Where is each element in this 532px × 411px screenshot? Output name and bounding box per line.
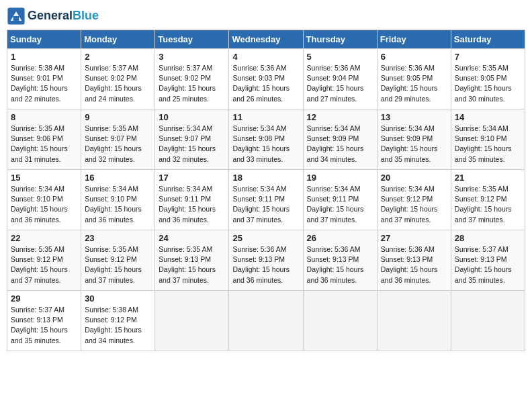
day-number: 25 (232, 233, 299, 243)
weekday-header-tuesday: Tuesday (155, 30, 229, 49)
calendar-week-row: 1Sunrise: 5:38 AMSunset: 9:01 PMDaylight… (7, 49, 525, 109)
day-number: 3 (159, 52, 225, 62)
calendar-cell: 8Sunrise: 5:35 AMSunset: 9:06 PMDaylight… (7, 109, 81, 170)
calendar-week-row: 8Sunrise: 5:35 AMSunset: 9:06 PMDaylight… (7, 109, 525, 170)
calendar-cell: 15Sunrise: 5:34 AMSunset: 9:10 PMDayligh… (7, 170, 81, 230)
day-info: Sunrise: 5:36 AMSunset: 9:05 PMDaylight:… (381, 63, 447, 104)
day-info: Sunrise: 5:36 AMSunset: 9:04 PMDaylight:… (307, 63, 373, 104)
day-number: 6 (381, 52, 447, 62)
day-info: Sunrise: 5:35 AMSunset: 9:12 PMDaylight:… (11, 244, 77, 285)
calendar-cell: 24Sunrise: 5:35 AMSunset: 9:13 PMDayligh… (155, 230, 229, 291)
day-info: Sunrise: 5:34 AMSunset: 9:11 PMDaylight:… (159, 184, 225, 225)
calendar-body: 1Sunrise: 5:38 AMSunset: 9:01 PMDaylight… (7, 49, 525, 351)
day-info: Sunrise: 5:34 AMSunset: 9:09 PMDaylight:… (307, 124, 373, 165)
calendar-week-row: 15Sunrise: 5:34 AMSunset: 9:10 PMDayligh… (7, 170, 525, 230)
calendar-cell: 21Sunrise: 5:35 AMSunset: 9:12 PMDayligh… (451, 170, 525, 230)
calendar-cell: 19Sunrise: 5:34 AMSunset: 9:11 PMDayligh… (303, 170, 377, 230)
day-info: Sunrise: 5:35 AMSunset: 9:06 PMDaylight:… (11, 124, 77, 165)
day-info: Sunrise: 5:34 AMSunset: 9:12 PMDaylight:… (381, 184, 447, 225)
day-info: Sunrise: 5:34 AMSunset: 9:09 PMDaylight:… (381, 124, 447, 165)
day-info: Sunrise: 5:34 AMSunset: 9:10 PMDaylight:… (85, 184, 151, 225)
svg-rect-2 (13, 16, 19, 21)
day-number: 13 (381, 112, 447, 122)
day-info: Sunrise: 5:34 AMSunset: 9:08 PMDaylight:… (232, 124, 299, 165)
weekday-header-wednesday: Wednesday (229, 30, 303, 49)
day-info: Sunrise: 5:34 AMSunset: 9:07 PMDaylight:… (159, 124, 225, 165)
day-info: Sunrise: 5:37 AMSunset: 9:13 PMDaylight:… (11, 305, 77, 346)
day-number: 2 (85, 52, 151, 62)
day-info: Sunrise: 5:36 AMSunset: 9:13 PMDaylight:… (307, 244, 373, 285)
day-info: Sunrise: 5:38 AMSunset: 9:01 PMDaylight:… (11, 63, 77, 104)
calendar-cell: 7Sunrise: 5:35 AMSunset: 9:05 PMDaylight… (451, 49, 525, 109)
weekday-header-thursday: Thursday (303, 30, 377, 49)
day-number: 5 (307, 52, 373, 62)
calendar-cell: 29Sunrise: 5:37 AMSunset: 9:13 PMDayligh… (7, 291, 81, 351)
calendar-cell: 18Sunrise: 5:34 AMSunset: 9:11 PMDayligh… (229, 170, 303, 230)
calendar-cell: 12Sunrise: 5:34 AMSunset: 9:09 PMDayligh… (303, 109, 377, 170)
day-number: 9 (85, 112, 151, 122)
day-number: 4 (232, 52, 299, 62)
day-number: 14 (455, 112, 521, 122)
day-number: 15 (11, 173, 77, 183)
day-number: 12 (307, 112, 373, 122)
day-info: Sunrise: 5:34 AMSunset: 9:10 PMDaylight:… (455, 124, 521, 165)
day-info: Sunrise: 5:35 AMSunset: 9:05 PMDaylight:… (455, 63, 521, 104)
calendar-cell: 23Sunrise: 5:35 AMSunset: 9:12 PMDayligh… (81, 230, 155, 291)
day-number: 29 (11, 293, 77, 304)
day-number: 16 (85, 173, 151, 183)
page-header: GeneralBlue (7, 7, 525, 26)
calendar-cell: 4Sunrise: 5:36 AMSunset: 9:03 PMDaylight… (229, 49, 303, 109)
day-number: 21 (455, 173, 521, 183)
calendar-cell: 1Sunrise: 5:38 AMSunset: 9:01 PMDaylight… (7, 49, 81, 109)
day-info: Sunrise: 5:35 AMSunset: 9:12 PMDaylight:… (85, 244, 151, 285)
calendar-cell: 6Sunrise: 5:36 AMSunset: 9:05 PMDaylight… (377, 49, 451, 109)
calendar-cell: 11Sunrise: 5:34 AMSunset: 9:08 PMDayligh… (229, 109, 303, 170)
day-number: 27 (381, 233, 447, 243)
day-number: 20 (381, 173, 447, 183)
day-info: Sunrise: 5:34 AMSunset: 9:10 PMDaylight:… (11, 184, 77, 225)
weekday-header-row: SundayMondayTuesdayWednesdayThursdayFrid… (7, 30, 525, 49)
day-number: 18 (232, 173, 299, 183)
day-number: 7 (455, 52, 521, 62)
calendar-cell: 30Sunrise: 5:38 AMSunset: 9:12 PMDayligh… (81, 291, 155, 351)
day-info: Sunrise: 5:36 AMSunset: 9:03 PMDaylight:… (232, 63, 299, 104)
calendar-cell: 22Sunrise: 5:35 AMSunset: 9:12 PMDayligh… (7, 230, 81, 291)
weekday-header-saturday: Saturday (451, 30, 525, 49)
day-info: Sunrise: 5:38 AMSunset: 9:12 PMDaylight:… (85, 305, 151, 346)
day-info: Sunrise: 5:35 AMSunset: 9:12 PMDaylight:… (455, 184, 521, 225)
calendar-cell: 16Sunrise: 5:34 AMSunset: 9:10 PMDayligh… (81, 170, 155, 230)
calendar-cell: 25Sunrise: 5:36 AMSunset: 9:13 PMDayligh… (229, 230, 303, 291)
day-info: Sunrise: 5:37 AMSunset: 9:13 PMDaylight:… (455, 244, 521, 285)
calendar-cell (303, 291, 377, 351)
calendar-week-row: 22Sunrise: 5:35 AMSunset: 9:12 PMDayligh… (7, 230, 525, 291)
calendar-cell: 10Sunrise: 5:34 AMSunset: 9:07 PMDayligh… (155, 109, 229, 170)
day-number: 23 (85, 233, 151, 243)
calendar-table: SundayMondayTuesdayWednesdayThursdayFrid… (7, 30, 525, 351)
calendar-cell: 28Sunrise: 5:37 AMSunset: 9:13 PMDayligh… (451, 230, 525, 291)
calendar-cell: 5Sunrise: 5:36 AMSunset: 9:04 PMDaylight… (303, 49, 377, 109)
calendar-cell: 13Sunrise: 5:34 AMSunset: 9:09 PMDayligh… (377, 109, 451, 170)
calendar-cell: 27Sunrise: 5:36 AMSunset: 9:13 PMDayligh… (377, 230, 451, 291)
calendar-cell: 2Sunrise: 5:37 AMSunset: 9:02 PMDaylight… (81, 49, 155, 109)
day-number: 24 (159, 233, 225, 243)
day-info: Sunrise: 5:37 AMSunset: 9:02 PMDaylight:… (159, 63, 225, 104)
logo-text: GeneralBlue (28, 9, 99, 23)
calendar-week-row: 29Sunrise: 5:37 AMSunset: 9:13 PMDayligh… (7, 291, 525, 351)
calendar-cell: 3Sunrise: 5:37 AMSunset: 9:02 PMDaylight… (155, 49, 229, 109)
day-info: Sunrise: 5:34 AMSunset: 9:11 PMDaylight:… (307, 184, 373, 225)
calendar-cell: 14Sunrise: 5:34 AMSunset: 9:10 PMDayligh… (451, 109, 525, 170)
weekday-header-sunday: Sunday (7, 30, 81, 49)
calendar-cell (451, 291, 525, 351)
weekday-header-monday: Monday (81, 30, 155, 49)
logo-icon (7, 7, 26, 26)
day-number: 1 (11, 52, 77, 62)
logo: GeneralBlue (7, 7, 99, 26)
day-number: 10 (159, 112, 225, 122)
day-number: 11 (232, 112, 299, 122)
day-number: 17 (159, 173, 225, 183)
day-number: 22 (11, 233, 77, 243)
calendar-cell (377, 291, 451, 351)
day-number: 30 (85, 293, 151, 304)
weekday-header-friday: Friday (377, 30, 451, 49)
day-info: Sunrise: 5:35 AMSunset: 9:07 PMDaylight:… (85, 124, 151, 165)
